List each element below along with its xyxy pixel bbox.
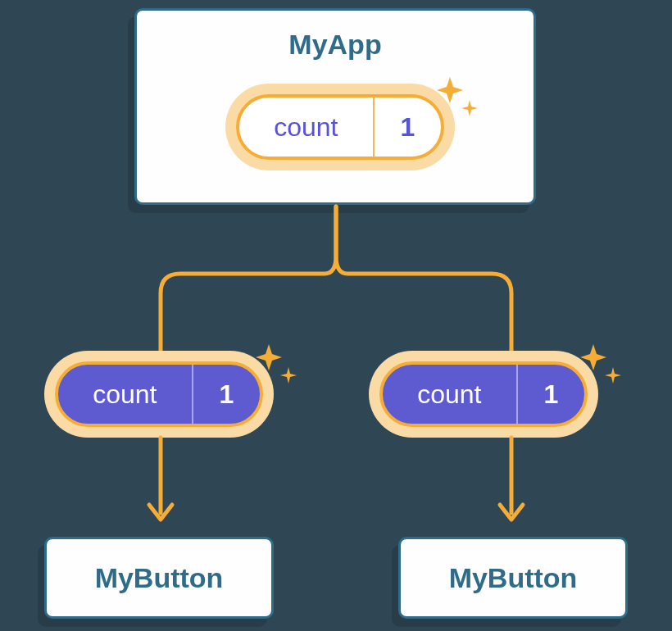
prop-pill-left-label: count [58, 365, 193, 424]
sparkle-icon [579, 341, 628, 403]
child-component-name-right: MyButton [449, 562, 578, 594]
prop-pill-right-label: count [383, 365, 518, 424]
prop-pill-left: count 1 [44, 351, 274, 438]
arrow-down-icon [144, 438, 177, 536]
prop-pill-left-value: 1 [193, 365, 260, 424]
child-component-card-right: MyButton [398, 537, 628, 619]
prop-pill-right-inner: count 1 [379, 361, 588, 427]
prop-pill-right-outer: count 1 [369, 351, 598, 438]
prop-pill-left-outer: count 1 [44, 351, 274, 438]
arrow-down-icon [495, 438, 528, 536]
prop-pill-right-value: 1 [518, 365, 584, 424]
child-component-name-left: MyButton [95, 562, 224, 594]
prop-pill-left-inner: count 1 [55, 361, 263, 427]
prop-pill-right: count 1 [369, 351, 598, 438]
sparkle-icon [254, 341, 303, 403]
child-component-card-left: MyButton [44, 537, 274, 619]
